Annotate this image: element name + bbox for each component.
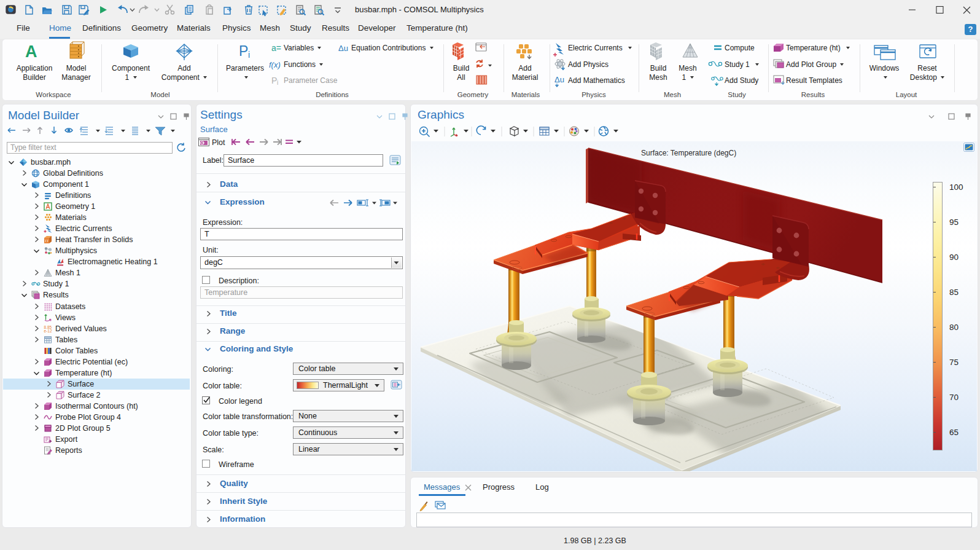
svg-text:P: P xyxy=(239,43,248,59)
svg-text:80: 80 xyxy=(949,323,959,332)
svg-text:70: 70 xyxy=(949,393,959,402)
svg-text:Δu: Δu xyxy=(338,44,348,53)
svg-text:75: 75 xyxy=(949,358,959,367)
svg-text:Δu: Δu xyxy=(554,75,564,84)
svg-text:i: i xyxy=(277,79,278,86)
svg-text:65: 65 xyxy=(949,428,959,437)
svg-text:A: A xyxy=(25,42,37,61)
svg-text:95: 95 xyxy=(949,218,959,227)
svg-text:a=: a= xyxy=(271,43,281,53)
svg-text:90: 90 xyxy=(949,253,959,262)
svg-text:100: 100 xyxy=(949,183,963,192)
svg-text:i: i xyxy=(248,50,250,60)
svg-text:85: 85 xyxy=(949,288,959,297)
